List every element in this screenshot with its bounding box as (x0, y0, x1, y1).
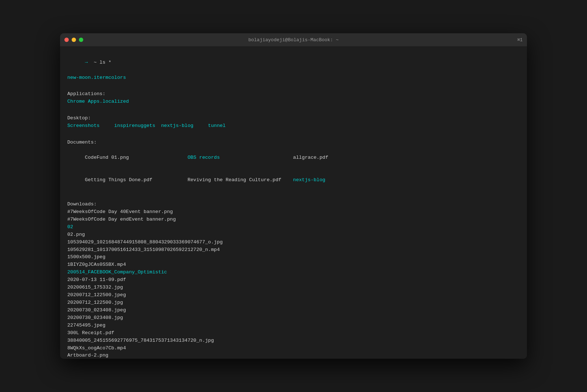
terminal-window: bolajiayodeji@Bolajis-MacBook: ~ ⌘1 → ~ … (60, 33, 527, 359)
output-line: 20200712_122500.jpg (67, 299, 520, 307)
minimize-button[interactable] (72, 38, 76, 42)
output-line: 105394029_10216848744915808_880432903336… (67, 239, 520, 246)
terminal-body[interactable]: → ~ ls * new-moon.itermcolors Applicatio… (60, 46, 527, 359)
output-line-documents-2: Getting Things Done.pdf Reviving the Rea… (67, 169, 520, 192)
doc-allgrace: allgrace.pdf (220, 155, 328, 160)
output-line: 1BIYZ0gJCAs0SSBX.mp4 (67, 261, 520, 269)
output-line: Documents: (67, 139, 520, 146)
output-line: Downloads: (67, 201, 520, 208)
output-line: 8WQkXs_oogAco7Cb.mp4 (67, 345, 520, 352)
output-line: Screenshots inspirenuggets nextjs-blog t… (67, 122, 520, 130)
output-line: 20200730_023408.jpg (67, 314, 520, 322)
prompt-text: ~ ls * (88, 60, 111, 65)
output-line: 300L Receipt.pdf (67, 329, 520, 337)
output-line: Chrome Apps.localized (67, 98, 520, 106)
output-line: 1500x500.jpeg (67, 253, 520, 261)
output-line: 105629281_101370051612433_31510987026592… (67, 246, 520, 254)
output-line: 20200730_023408.jpeg (67, 307, 520, 314)
output-line: Applications: (67, 90, 520, 98)
output-line: 2020-07-13 11-09.pdf (67, 276, 520, 284)
maximize-button[interactable] (79, 38, 83, 42)
output-line: 20200615_175332.jpg (67, 284, 520, 291)
traffic-lights (64, 38, 83, 42)
doc-gtd: Getting Things Done.pdf Reviving the Rea… (85, 177, 293, 183)
output-line: 38840005_245155692776975_784317537134313… (67, 337, 520, 345)
kbd-indicator: ⌘1 (518, 37, 523, 43)
output-line: 02 (67, 223, 520, 231)
doc-nextjs: nextjs-blog (293, 177, 325, 183)
spacer (67, 192, 520, 201)
output-line: 22745495.jpeg (67, 322, 520, 329)
spacer (67, 106, 520, 115)
prompt-line: → ~ ls * (67, 51, 520, 74)
title-bar: bolajiayodeji@Bolajis-MacBook: ~ ⌘1 (60, 33, 527, 46)
prompt-arrow: → (85, 60, 88, 65)
doc-codefund: CodeFund 01.png (85, 155, 188, 160)
spacer (67, 82, 520, 91)
output-line: Artboard-2.png (67, 352, 520, 359)
output-line: #7WeeksOfCode Day 40Event banner.png (67, 208, 520, 216)
output-line: #7WeeksOfCode Day endEvent banner.png (67, 216, 520, 223)
spacer (67, 130, 520, 139)
output-line: 20200712_122500.jpeg (67, 291, 520, 299)
output-line: Desktop: (67, 115, 520, 122)
doc-obs: OBS records (187, 155, 220, 160)
output-line: new-moon.itermcolors (67, 74, 520, 82)
output-line-documents-1: CodeFund 01.png OBS records allgrace.pdf (67, 146, 520, 169)
close-button[interactable] (64, 38, 69, 42)
window-title: bolajiayodeji@Bolajis-MacBook: ~ (248, 37, 339, 43)
output-line: 200514_FACEBOOK_Company_Optimistic (67, 269, 520, 276)
output-line: 02.png (67, 231, 520, 239)
